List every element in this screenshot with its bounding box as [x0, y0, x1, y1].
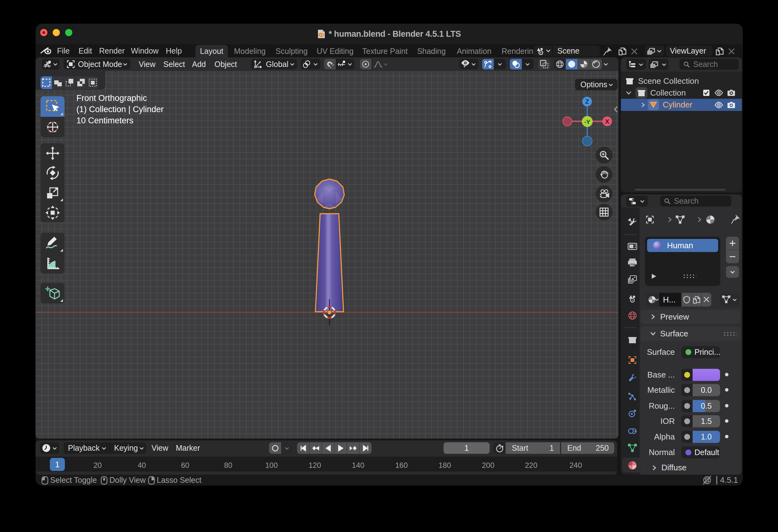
svg-text:Z: Z: [585, 98, 589, 105]
svg-text:X: X: [605, 118, 609, 125]
svg-text:-Y: -Y: [585, 119, 590, 125]
